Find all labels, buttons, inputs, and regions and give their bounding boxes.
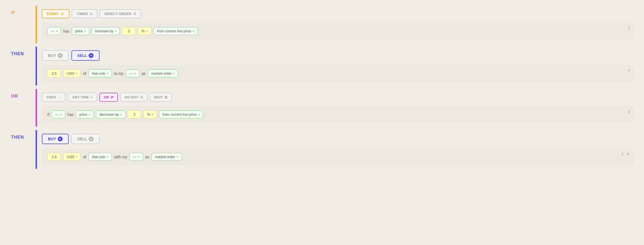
sell-circle-icon-1: + xyxy=(89,53,94,58)
then-label-col-2: THEN xyxy=(11,130,36,169)
or-tab[interactable]: OR ⇄ xyxy=(99,93,118,102)
buy-button-1[interactable]: BUY + xyxy=(42,50,69,61)
percent-dropdown-1[interactable]: % ▾ xyxy=(138,27,151,35)
percent-dropdown-2[interactable]: % ▾ xyxy=(143,110,157,118)
order-dropdown-2[interactable]: market order ▾ xyxy=(152,153,182,161)
with-my-text-2: with my xyxy=(114,155,127,159)
action-dropdown-2[interactable]: decrease by ▾ xyxy=(96,110,126,118)
then-amount-input-2[interactable] xyxy=(47,153,61,161)
then-border-bar-1 xyxy=(36,46,37,86)
wait-tab[interactable]: WAIT ⊠ xyxy=(150,93,172,102)
amount-input-2[interactable] xyxy=(127,110,141,118)
or-section: OR THEN → ANY TIME ≡ OR ⇄ DO NOT xyxy=(11,89,633,127)
chevron-down-icon: ▾ xyxy=(115,30,116,33)
then-content-2: BUY + SELL + USD ▾ of that coin ▾ xyxy=(42,130,633,169)
buy-label-1: BUY xyxy=(48,53,56,58)
page: IF EVENT ⚡ TIMER ⊙ DIRECT ORDER ⬆ xyxy=(0,0,644,174)
do-not-label: DO NOT xyxy=(124,95,138,99)
share-icon: ⇄ xyxy=(111,95,114,99)
close-icon-then-2[interactable]: ✕ xyxy=(626,152,630,156)
buy-label-2: BUY xyxy=(48,137,56,141)
as-text-1: as xyxy=(142,71,146,76)
do-not-tab[interactable]: DO NOT ⊘ xyxy=(120,93,147,102)
of-text-2: of xyxy=(83,155,86,159)
if-text-2: If xyxy=(47,112,50,117)
any-time-label: ANY TIME xyxy=(72,95,89,99)
event-tab-label: EVENT xyxy=(47,12,59,16)
chevron-down-icon: ▾ xyxy=(107,72,108,75)
has-text-1: has xyxy=(63,29,69,33)
account-dropdown-1[interactable]: --- ▾ xyxy=(126,69,140,77)
price-dropdown-1[interactable]: price ▾ xyxy=(72,27,89,35)
clock-icon: ⊙ xyxy=(89,12,92,16)
sell-button-1[interactable]: SELL + xyxy=(71,50,100,61)
direct-order-tab-label: DIRECT ORDER xyxy=(105,12,132,16)
chevron-down-icon: ▾ xyxy=(135,72,136,75)
buy-sell-row-1: BUY + SELL + xyxy=(42,50,633,61)
account-dropdown-2[interactable]: --- ▾ xyxy=(129,153,143,161)
no-icon: ⊘ xyxy=(140,95,143,99)
then-amount-input-1[interactable] xyxy=(47,69,61,77)
sell-circle-icon-2: + xyxy=(89,136,94,141)
or-then-tab[interactable]: THEN → xyxy=(42,93,65,102)
from-dropdown-2[interactable]: from current live price ▾ xyxy=(159,110,203,118)
chevron-down-icon: ▾ xyxy=(85,30,86,33)
coin-dropdown-then-2[interactable]: that coin ▾ xyxy=(88,153,112,161)
then-border-bar-2 xyxy=(36,130,37,169)
has-text-2: has xyxy=(68,112,74,117)
or-content: THEN → ANY TIME ≡ OR ⇄ DO NOT ⊘ WAIT ⊠ xyxy=(42,89,633,127)
buy-button-2[interactable]: BUY + xyxy=(42,134,69,144)
then-section-1: THEN BUY + SELL + USD ▾ xyxy=(11,46,633,86)
info-icon-1[interactable]: ℹ xyxy=(628,26,630,30)
chevron-down-icon: ▾ xyxy=(146,30,148,33)
chevron-down-icon: ▾ xyxy=(60,113,62,116)
info-icon-then-1[interactable]: ℹ xyxy=(628,68,630,73)
or-tab-label: OR xyxy=(104,95,109,99)
then-label-col-1: THEN xyxy=(11,46,36,86)
if-border-bar xyxy=(36,5,37,43)
if-label-col: IF xyxy=(11,5,36,43)
chevron-down-icon: ▾ xyxy=(89,113,90,116)
or-tabs-row: THEN → ANY TIME ≡ OR ⇄ DO NOT ⊘ WAIT ⊠ xyxy=(42,93,633,102)
timer-tab[interactable]: TIMER ⊙ xyxy=(72,9,97,18)
info-icon-2[interactable]: ℹ xyxy=(628,109,630,114)
wait-icon: ⊠ xyxy=(164,95,167,99)
price-dropdown-2[interactable]: price ▾ xyxy=(76,110,94,118)
then-condition-row-2: USD ▾ of that coin ▾ with my --- ▾ as ma… xyxy=(42,148,633,165)
currency-dropdown-2[interactable]: USD ▾ xyxy=(63,153,81,161)
from-dropdown-1[interactable]: from current live price ▾ xyxy=(153,27,198,35)
chevron-down-icon: ▾ xyxy=(198,113,200,116)
person-icon: ⬆ xyxy=(133,12,136,16)
coin-dropdown-2[interactable]: --- ▾ xyxy=(52,110,65,118)
timer-tab-label: TIMER xyxy=(77,12,88,16)
if-content: EVENT ⚡ TIMER ⊙ DIRECT ORDER ⬆ --- ▾ xyxy=(42,5,633,43)
coin-dropdown-1[interactable]: --- ▾ xyxy=(47,27,61,35)
or-label-col: OR xyxy=(11,89,36,127)
action-dropdown-1[interactable]: increase by ▾ xyxy=(92,27,120,35)
or-then-label: THEN xyxy=(46,95,56,99)
condition-row-2: If --- ▾ has price ▾ decrease by ▾ % ▾ xyxy=(42,106,633,123)
event-tab[interactable]: EVENT ⚡ xyxy=(42,9,69,18)
then-condition-row-1: USD ▾ of that coin ▾ to my --- ▾ as mark… xyxy=(42,65,633,82)
then-label-1: THEN xyxy=(11,51,24,56)
then-label-2: THEN xyxy=(11,135,24,140)
direct-order-tab[interactable]: DIRECT ORDER ⬆ xyxy=(100,9,141,18)
if-tabs-row: EVENT ⚡ TIMER ⊙ DIRECT ORDER ⬆ xyxy=(42,9,633,18)
sell-button-2[interactable]: SELL + xyxy=(71,134,100,144)
any-time-tab[interactable]: ANY TIME ≡ xyxy=(68,93,97,102)
wait-label: WAIT xyxy=(154,95,163,99)
chevron-down-icon: ▾ xyxy=(107,155,108,158)
lines-icon: ≡ xyxy=(91,95,93,99)
if-section: IF EVENT ⚡ TIMER ⊙ DIRECT ORDER ⬆ xyxy=(11,5,633,43)
coin-dropdown-then-1[interactable]: that coin ▾ xyxy=(88,69,112,77)
chevron-down-icon: ▾ xyxy=(76,72,77,75)
chevron-down-icon: ▾ xyxy=(193,30,194,33)
chevron-down-icon: ▾ xyxy=(173,72,175,75)
info-icon-then-2[interactable]: ℹ xyxy=(622,152,623,156)
amount-input-1[interactable] xyxy=(122,27,136,35)
buy-circle-icon-2: + xyxy=(58,136,63,141)
or-border-bar xyxy=(36,89,37,127)
order-dropdown-1[interactable]: market order ▾ xyxy=(148,69,178,77)
to-my-text-1: to my xyxy=(114,71,123,76)
currency-dropdown-1[interactable]: USD ▾ xyxy=(63,69,81,77)
